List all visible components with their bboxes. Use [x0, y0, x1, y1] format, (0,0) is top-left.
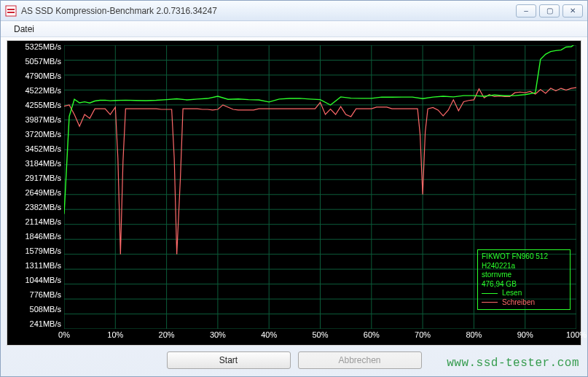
window-title: AS SSD Kompression-Benchmark 2.0.7316.34…: [21, 6, 511, 16]
svg-rect-2: [7, 12, 15, 13]
close-button[interactable]: ✕: [562, 4, 583, 18]
x-axis-labels: 0%10%20%30%40%50%60%70%80%90%100%: [64, 330, 576, 343]
window-frame: AS SSD Kompression-Benchmark 2.0.7316.34…: [0, 0, 588, 377]
legend-device: FIKWOT FN960 512: [482, 252, 566, 262]
compression-chart: 5325MB/s5057MB/s4790MB/s4522MB/s4255MB/s…: [7, 40, 581, 346]
button-row: Start Abbrechen: [7, 346, 581, 370]
titlebar[interactable]: AS SSD Kompression-Benchmark 2.0.7316.34…: [1, 1, 587, 21]
app-icon: [5, 5, 17, 17]
y-axis-labels: 5325MB/s5057MB/s4790MB/s4522MB/s4255MB/s…: [7, 41, 64, 329]
window-controls: – ▢ ✕: [516, 4, 583, 18]
content-area: 5325MB/s5057MB/s4790MB/s4522MB/s4255MB/s…: [1, 37, 587, 376]
cancel-button[interactable]: Abbrechen: [298, 351, 422, 369]
legend-driver: stornvme: [482, 271, 566, 280]
minimize-button[interactable]: –: [516, 4, 536, 18]
start-button[interactable]: Start: [167, 351, 291, 369]
menubar: Datei: [1, 21, 587, 37]
svg-rect-0: [6, 6, 16, 16]
svg-rect-1: [7, 9, 15, 10]
legend-box: FIKWOT FN960 512 H240221a stornvme 476,9…: [477, 249, 571, 310]
legend-write: Schreiben: [482, 298, 566, 308]
maximize-button[interactable]: ▢: [539, 4, 560, 18]
legend-firmware: H240221a: [482, 262, 566, 271]
legend-capacity: 476,94 GB: [482, 280, 566, 289]
menu-file[interactable]: Datei: [8, 23, 40, 36]
plot-area: FIKWOT FN960 512 H240221a stornvme 476,9…: [64, 45, 576, 329]
legend-read: Lesen: [482, 289, 566, 298]
